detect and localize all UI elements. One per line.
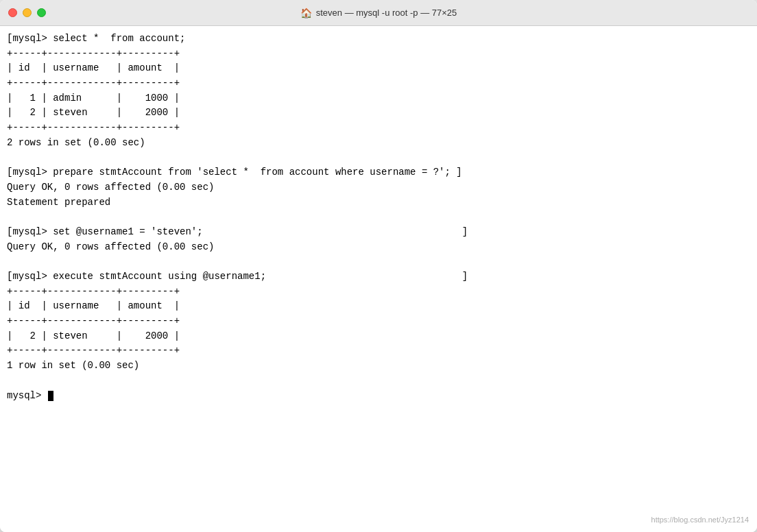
- window-buttons: [8, 8, 46, 17]
- watermark: https://blog.csdn.net/Jyz1214: [651, 514, 749, 526]
- titlebar: 🏠 steven — mysql -u root -p — 77×25: [0, 0, 757, 26]
- terminal-body[interactable]: [mysql> select * from account; +-----+--…: [0, 26, 757, 532]
- terminal-cursor: [48, 391, 53, 401]
- close-button[interactable]: [8, 8, 17, 17]
- title-icon: 🏠: [300, 8, 312, 19]
- terminal-window: 🏠 steven — mysql -u root -p — 77×25 [mys…: [0, 0, 757, 532]
- maximize-button[interactable]: [37, 8, 46, 17]
- window-title: 🏠 steven — mysql -u root -p — 77×25: [300, 8, 457, 19]
- title-text: steven — mysql -u root -p — 77×25: [316, 8, 457, 18]
- terminal-output: [mysql> select * from account; +-----+--…: [7, 32, 750, 403]
- minimize-button[interactable]: [23, 8, 32, 17]
